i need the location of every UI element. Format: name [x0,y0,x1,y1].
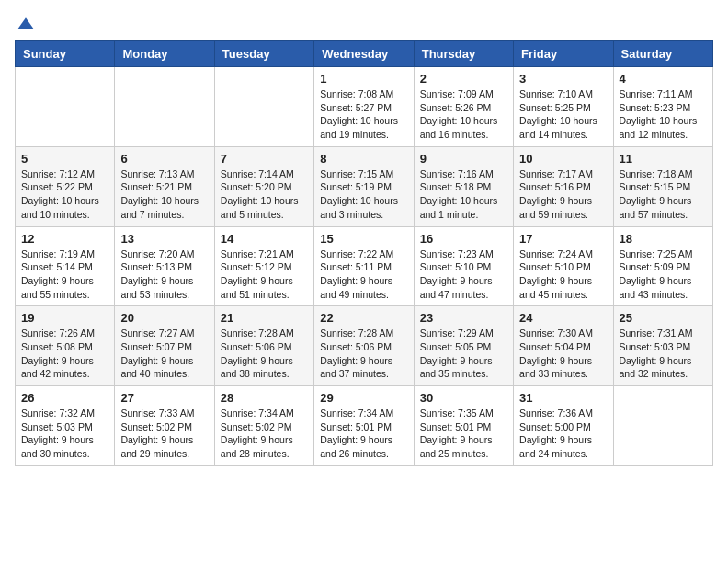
day-number: 25 [620,311,707,325]
calendar-body: 1Sunrise: 7:08 AM Sunset: 5:27 PM Daylig… [16,67,713,466]
day-number: 4 [620,72,707,86]
day-number: 31 [519,391,607,405]
calendar-cell: 17Sunrise: 7:24 AM Sunset: 5:10 PM Dayli… [514,226,613,306]
calendar-table: SundayMondayTuesdayWednesdayThursdayFrid… [15,40,713,466]
day-number: 23 [420,311,507,325]
header-row: SundayMondayTuesdayWednesdayThursdayFrid… [16,41,713,67]
calendar-cell: 26Sunrise: 7:32 AM Sunset: 5:03 PM Dayli… [16,386,115,466]
calendar-cell [613,386,712,466]
calendar-cell: 12Sunrise: 7:19 AM Sunset: 5:14 PM Dayli… [16,226,115,306]
calendar-cell: 11Sunrise: 7:18 AM Sunset: 5:15 PM Dayli… [613,146,712,226]
svg-marker-0 [18,17,34,29]
calendar-cell: 30Sunrise: 7:35 AM Sunset: 5:01 PM Dayli… [414,386,513,466]
day-number: 24 [519,311,607,325]
calendar-cell: 5Sunrise: 7:12 AM Sunset: 5:22 PM Daylig… [16,146,115,226]
calendar-cell: 27Sunrise: 7:33 AM Sunset: 5:02 PM Dayli… [115,386,214,466]
day-info: Sunrise: 7:26 AM Sunset: 5:08 PM Dayligh… [21,327,108,381]
day-info: Sunrise: 7:31 AM Sunset: 5:03 PM Dayligh… [620,327,707,381]
day-number: 16 [420,232,507,246]
calendar-cell: 24Sunrise: 7:30 AM Sunset: 5:04 PM Dayli… [514,306,613,386]
day-info: Sunrise: 7:20 AM Sunset: 5:13 PM Dayligh… [120,247,208,302]
calendar-cell: 3Sunrise: 7:10 AM Sunset: 5:25 PM Daylig… [514,67,613,147]
logo [15,15,35,33]
day-info: Sunrise: 7:28 AM Sunset: 5:06 PM Dayligh… [320,327,407,381]
calendar-cell [16,67,115,147]
calendar-cell: 16Sunrise: 7:23 AM Sunset: 5:10 PM Dayli… [414,226,513,306]
header-saturday: Saturday [613,41,712,67]
day-number: 21 [221,311,308,325]
calendar-cell: 9Sunrise: 7:16 AM Sunset: 5:18 PM Daylig… [414,146,513,226]
day-info: Sunrise: 7:19 AM Sunset: 5:14 PM Dayligh… [21,247,108,302]
day-info: Sunrise: 7:25 AM Sunset: 5:09 PM Dayligh… [620,247,707,302]
day-number: 13 [120,232,208,246]
day-number: 22 [320,311,407,325]
header-monday: Monday [115,41,214,67]
day-number: 2 [420,72,507,86]
day-info: Sunrise: 7:22 AM Sunset: 5:11 PM Dayligh… [320,247,407,302]
calendar-cell: 21Sunrise: 7:28 AM Sunset: 5:06 PM Dayli… [214,306,313,386]
calendar-cell: 29Sunrise: 7:34 AM Sunset: 5:01 PM Dayli… [314,386,414,466]
calendar-cell: 7Sunrise: 7:14 AM Sunset: 5:20 PM Daylig… [214,146,313,226]
week-row-2: 12Sunrise: 7:19 AM Sunset: 5:14 PM Dayli… [16,226,713,306]
calendar-cell: 10Sunrise: 7:17 AM Sunset: 5:16 PM Dayli… [514,146,613,226]
day-info: Sunrise: 7:13 AM Sunset: 5:21 PM Dayligh… [120,167,208,222]
calendar-cell: 6Sunrise: 7:13 AM Sunset: 5:21 PM Daylig… [115,146,214,226]
calendar-cell: 22Sunrise: 7:28 AM Sunset: 5:06 PM Dayli… [314,306,414,386]
calendar-cell: 25Sunrise: 7:31 AM Sunset: 5:03 PM Dayli… [613,306,712,386]
logo-icon [17,15,35,33]
calendar-cell: 18Sunrise: 7:25 AM Sunset: 5:09 PM Dayli… [613,226,712,306]
day-number: 5 [21,152,108,166]
day-info: Sunrise: 7:18 AM Sunset: 5:15 PM Dayligh… [620,167,707,222]
calendar-cell: 20Sunrise: 7:27 AM Sunset: 5:07 PM Dayli… [115,306,214,386]
day-info: Sunrise: 7:10 AM Sunset: 5:25 PM Dayligh… [519,87,607,142]
day-info: Sunrise: 7:23 AM Sunset: 5:10 PM Dayligh… [420,247,507,302]
calendar-cell: 1Sunrise: 7:08 AM Sunset: 5:27 PM Daylig… [314,67,414,147]
day-info: Sunrise: 7:12 AM Sunset: 5:22 PM Dayligh… [21,167,108,222]
week-row-0: 1Sunrise: 7:08 AM Sunset: 5:27 PM Daylig… [16,67,713,147]
day-info: Sunrise: 7:27 AM Sunset: 5:07 PM Dayligh… [120,327,208,381]
calendar-cell: 15Sunrise: 7:22 AM Sunset: 5:11 PM Dayli… [314,226,414,306]
day-info: Sunrise: 7:28 AM Sunset: 5:06 PM Dayligh… [221,327,308,381]
calendar-header: SundayMondayTuesdayWednesdayThursdayFrid… [16,41,713,67]
day-number: 11 [620,152,707,166]
calendar-cell: 23Sunrise: 7:29 AM Sunset: 5:05 PM Dayli… [414,306,513,386]
day-info: Sunrise: 7:34 AM Sunset: 5:02 PM Dayligh… [221,407,308,461]
header-friday: Friday [514,41,613,67]
day-number: 28 [221,391,308,405]
day-info: Sunrise: 7:24 AM Sunset: 5:10 PM Dayligh… [519,247,607,302]
week-row-1: 5Sunrise: 7:12 AM Sunset: 5:22 PM Daylig… [16,146,713,226]
day-number: 29 [320,391,407,405]
day-info: Sunrise: 7:33 AM Sunset: 5:02 PM Dayligh… [120,407,208,461]
day-number: 19 [21,311,108,325]
calendar-cell: 4Sunrise: 7:11 AM Sunset: 5:23 PM Daylig… [613,67,712,147]
calendar-cell [115,67,214,147]
day-info: Sunrise: 7:15 AM Sunset: 5:19 PM Dayligh… [320,167,407,222]
header-tuesday: Tuesday [214,41,313,67]
week-row-3: 19Sunrise: 7:26 AM Sunset: 5:08 PM Dayli… [16,306,713,386]
day-number: 14 [221,232,308,246]
week-row-4: 26Sunrise: 7:32 AM Sunset: 5:03 PM Dayli… [16,386,713,466]
day-number: 20 [120,311,208,325]
day-info: Sunrise: 7:14 AM Sunset: 5:20 PM Dayligh… [221,167,308,222]
day-number: 12 [21,232,108,246]
day-number: 27 [120,391,208,405]
header-sunday: Sunday [16,41,115,67]
calendar-cell: 28Sunrise: 7:34 AM Sunset: 5:02 PM Dayli… [214,386,313,466]
day-info: Sunrise: 7:35 AM Sunset: 5:01 PM Dayligh… [420,407,507,461]
day-info: Sunrise: 7:09 AM Sunset: 5:26 PM Dayligh… [420,87,507,142]
calendar-cell: 31Sunrise: 7:36 AM Sunset: 5:00 PM Dayli… [514,386,613,466]
calendar-cell: 2Sunrise: 7:09 AM Sunset: 5:26 PM Daylig… [414,67,513,147]
header-wednesday: Wednesday [314,41,414,67]
day-number: 10 [519,152,607,166]
day-number: 7 [221,152,308,166]
calendar-cell: 19Sunrise: 7:26 AM Sunset: 5:08 PM Dayli… [16,306,115,386]
day-info: Sunrise: 7:21 AM Sunset: 5:12 PM Dayligh… [221,247,308,302]
day-number: 15 [320,232,407,246]
day-info: Sunrise: 7:30 AM Sunset: 5:04 PM Dayligh… [519,327,607,381]
day-number: 9 [420,152,507,166]
day-info: Sunrise: 7:32 AM Sunset: 5:03 PM Dayligh… [21,407,108,461]
calendar-cell [214,67,313,147]
day-number: 30 [420,391,507,405]
day-info: Sunrise: 7:08 AM Sunset: 5:27 PM Dayligh… [320,87,407,142]
day-number: 8 [320,152,407,166]
